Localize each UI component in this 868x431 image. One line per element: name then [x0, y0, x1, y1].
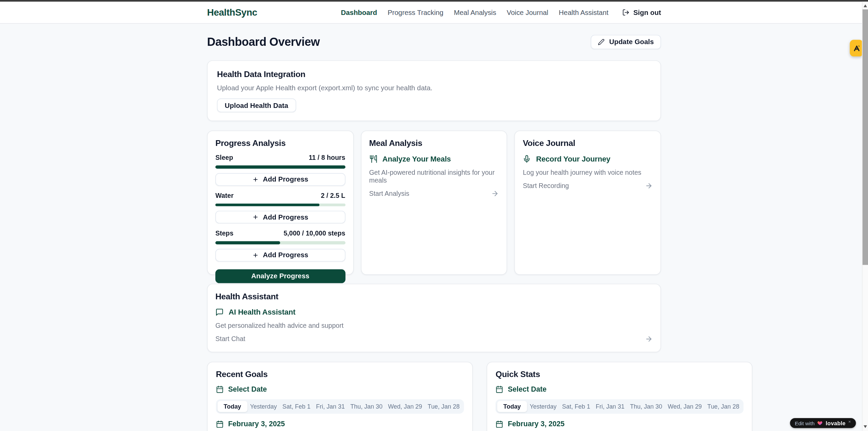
microphone-icon	[523, 155, 531, 163]
main-content: Dashboard Overview Update Goals Health D…	[207, 24, 661, 431]
lovable-logo-icon	[853, 44, 860, 52]
voice-journal-title: Voice Journal	[523, 138, 653, 148]
health-data-title: Health Data Integration	[217, 69, 651, 79]
nav-item-voice-journal[interactable]: Voice Journal	[507, 8, 548, 16]
tab-yesterday[interactable]: Yesterday	[247, 401, 280, 412]
voice-journal-description: Log your health journey with voice notes	[523, 169, 653, 176]
lovable-launcher-tab[interactable]	[850, 40, 863, 56]
steps-value: 5,000 / 10,000 steps	[284, 229, 346, 237]
close-icon[interactable]: ×	[848, 419, 851, 424]
health-data-integration-card: Health Data Integration Upload your Appl…	[207, 60, 661, 121]
sleep-label: Sleep	[215, 154, 233, 162]
plus-icon	[252, 176, 259, 182]
water-progress-bar	[215, 203, 345, 206]
health-assistant-card: Health Assistant AI Health Assistant Get…	[207, 284, 661, 352]
sleep-metric: Sleep 11 / 8 hours Add Progress	[215, 154, 345, 186]
nav-item-health-assistant[interactable]: Health Assistant	[559, 8, 608, 16]
tab-thu-jan-30[interactable]: Thu, Jan 30	[348, 401, 385, 412]
calendar-icon	[496, 420, 503, 428]
tab-wed-jan-29[interactable]: Wed, Jan 29	[665, 401, 705, 412]
sleep-value: 11 / 8 hours	[309, 154, 346, 162]
tab-wed-jan-29[interactable]: Wed, Jan 29	[385, 401, 425, 412]
ai-health-assistant-link[interactable]: AI Health Assistant	[215, 308, 653, 316]
tab-fri-jan-31[interactable]: Fri, Jan 31	[313, 401, 348, 412]
water-metric: Water 2 / 2.5 L Add Progress	[215, 192, 345, 224]
steps-progress-bar	[215, 241, 345, 244]
health-assistant-description: Get personalized health advice and suppo…	[215, 322, 653, 330]
logout-icon	[622, 9, 630, 16]
update-goals-button[interactable]: Update Goals	[591, 35, 661, 49]
tab-sat-feb-1[interactable]: Sat, Feb 1	[559, 401, 593, 412]
quick-stats-current-date: February 3, 2025	[496, 420, 744, 428]
start-chat-link[interactable]: Start Chat	[215, 335, 653, 343]
recent-goals-current-date: February 3, 2025	[216, 420, 464, 428]
progress-analysis-title: Progress Analysis	[215, 138, 345, 148]
analyze-your-meals-link[interactable]: Analyze Your Meals	[369, 155, 499, 163]
nav-item-progress-tracking[interactable]: Progress Tracking	[388, 8, 443, 16]
recent-goals-card: Recent Goals Select Date Today Yesterday…	[207, 362, 473, 431]
tab-today[interactable]: Today	[217, 401, 247, 412]
plus-icon	[252, 252, 259, 258]
arrow-right-icon	[645, 182, 653, 190]
health-assistant-title: Health Assistant	[215, 292, 653, 301]
calendar-icon	[496, 385, 503, 393]
calendar-icon	[216, 385, 224, 393]
app-logo[interactable]: HealthSync	[207, 7, 257, 18]
steps-metric: Steps 5,000 / 10,000 steps Add Progress	[215, 229, 345, 261]
arrow-right-icon	[491, 190, 499, 198]
start-analysis-link[interactable]: Start Analysis	[369, 190, 499, 198]
tab-sat-feb-1[interactable]: Sat, Feb 1	[280, 401, 313, 412]
add-sleep-progress-button[interactable]: Add Progress	[215, 173, 345, 185]
start-recording-link[interactable]: Start Recording	[523, 182, 653, 190]
add-water-progress-button[interactable]: Add Progress	[215, 211, 345, 223]
meal-analysis-card: Meal Analysis Analyze Your Meals Get AI-…	[361, 131, 507, 275]
scrollbar-down-arrow[interactable]	[864, 425, 867, 428]
health-data-description: Upload your Apple Health export (export.…	[217, 84, 651, 92]
edit-with-lovable-badge[interactable]: Edit with lovable ×	[790, 418, 856, 428]
heart-icon	[817, 420, 823, 426]
page-title: Dashboard Overview	[207, 35, 320, 49]
arrow-right-icon	[645, 335, 653, 343]
voice-journal-card: Voice Journal Record Your Journey Log yo…	[514, 131, 661, 275]
vertical-scrollbar	[862, 2, 868, 431]
water-label: Water	[215, 192, 234, 200]
main-nav: Dashboard Progress Tracking Meal Analysi…	[341, 8, 661, 16]
recent-goals-select-date-button[interactable]: Select Date	[216, 385, 464, 393]
tab-yesterday[interactable]: Yesterday	[527, 401, 559, 412]
nav-item-meal-analysis[interactable]: Meal Analysis	[454, 8, 496, 16]
tab-tue-jan-28[interactable]: Tue, Jan 28	[425, 401, 462, 412]
water-value: 2 / 2.5 L	[321, 192, 346, 200]
quick-stats-title: Quick Stats	[496, 370, 744, 379]
quick-stats-card: Quick Stats Select Date Today Yesterday …	[487, 362, 753, 431]
tab-today[interactable]: Today	[497, 401, 527, 412]
sign-out-button[interactable]: Sign out	[622, 8, 661, 16]
steps-label: Steps	[215, 229, 233, 237]
scrollbar-thumb[interactable]	[863, 10, 868, 265]
pencil-icon	[598, 39, 605, 45]
quick-stats-date-tabs: Today Yesterday Sat, Feb 1 Fri, Jan 31 T…	[496, 399, 744, 414]
add-steps-progress-button[interactable]: Add Progress	[215, 249, 345, 261]
tab-fri-jan-31[interactable]: Fri, Jan 31	[593, 401, 627, 412]
progress-analysis-card: Progress Analysis Sleep 11 / 8 hours Add…	[207, 131, 353, 275]
tab-tue-jan-28[interactable]: Tue, Jan 28	[705, 401, 742, 412]
calendar-icon	[216, 420, 224, 428]
upload-health-data-button[interactable]: Upload Health Data	[217, 98, 296, 112]
sleep-progress-bar	[215, 165, 345, 168]
recent-goals-date-tabs: Today Yesterday Sat, Feb 1 Fri, Jan 31 T…	[216, 399, 464, 414]
nav-item-dashboard[interactable]: Dashboard	[341, 8, 377, 16]
analyze-progress-button[interactable]: Analyze Progress	[215, 269, 345, 283]
plus-icon	[252, 214, 259, 220]
app-viewport: HealthSync Dashboard Progress Tracking M…	[0, 0, 868, 431]
chat-bubble-icon	[215, 308, 224, 316]
scrollbar-up-arrow[interactable]	[864, 4, 867, 7]
record-your-journey-link[interactable]: Record Your Journey	[523, 155, 653, 163]
meal-analysis-description: Get AI-powered nutritional insights for …	[369, 169, 499, 184]
app-header: HealthSync Dashboard Progress Tracking M…	[0, 2, 868, 24]
tab-thu-jan-30[interactable]: Thu, Jan 30	[627, 401, 665, 412]
recent-goals-title: Recent Goals	[216, 370, 464, 379]
meal-analysis-title: Meal Analysis	[369, 138, 499, 148]
utensils-icon	[369, 155, 377, 163]
quick-stats-select-date-button[interactable]: Select Date	[496, 385, 744, 393]
